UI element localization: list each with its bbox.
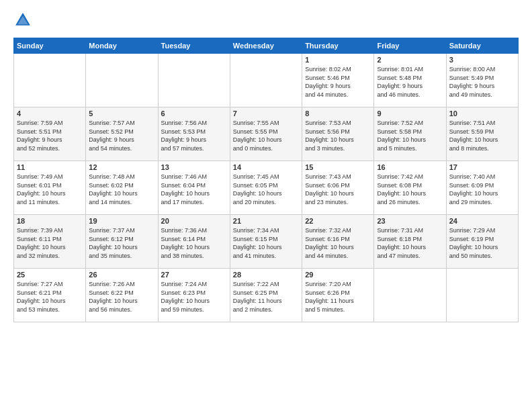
week-row-0: 1Sunrise: 8:02 AM Sunset: 5:46 PM Daylig… xyxy=(14,54,519,107)
calendar-cell: 19Sunrise: 7:37 AM Sunset: 6:12 PM Dayli… xyxy=(86,215,158,269)
day-info: Sunrise: 7:26 AM Sunset: 6:22 PM Dayligh… xyxy=(89,280,154,314)
calendar-cell: 3Sunrise: 8:00 AM Sunset: 5:49 PM Daylig… xyxy=(446,54,518,107)
header-day-monday: Monday xyxy=(86,38,158,54)
day-info: Sunrise: 7:36 AM Sunset: 6:14 PM Dayligh… xyxy=(161,226,227,260)
calendar-cell: 6Sunrise: 7:56 AM Sunset: 5:53 PM Daylig… xyxy=(158,107,230,161)
day-info: Sunrise: 7:52 AM Sunset: 5:58 PM Dayligh… xyxy=(377,119,443,152)
day-info: Sunrise: 7:32 AM Sunset: 6:16 PM Dayligh… xyxy=(305,226,371,260)
calendar-cell: 13Sunrise: 7:46 AM Sunset: 6:04 PM Dayli… xyxy=(158,161,230,215)
calendar-cell: 22Sunrise: 7:32 AM Sunset: 6:16 PM Dayli… xyxy=(302,215,374,269)
day-info: Sunrise: 7:46 AM Sunset: 6:04 PM Dayligh… xyxy=(161,173,227,206)
calendar-cell: 11Sunrise: 7:49 AM Sunset: 6:01 PM Dayli… xyxy=(14,161,86,215)
calendar-table: SundayMondayTuesdayWednesdayThursdayFrid… xyxy=(13,38,519,322)
day-number: 16 xyxy=(377,163,443,171)
header-day-saturday: Saturday xyxy=(446,38,518,54)
day-number: 8 xyxy=(305,109,371,118)
calendar-cell: 7Sunrise: 7:55 AM Sunset: 5:55 PM Daylig… xyxy=(230,107,302,161)
day-number: 9 xyxy=(377,109,443,118)
day-number: 19 xyxy=(89,217,154,225)
day-number: 27 xyxy=(161,271,227,279)
calendar-cell: 28Sunrise: 7:22 AM Sunset: 6:25 PM Dayli… xyxy=(230,269,302,322)
day-info: Sunrise: 7:34 AM Sunset: 6:15 PM Dayligh… xyxy=(233,226,299,260)
day-number: 26 xyxy=(89,271,154,279)
day-info: Sunrise: 7:45 AM Sunset: 6:05 PM Dayligh… xyxy=(233,173,299,206)
calendar-cell: 27Sunrise: 7:24 AM Sunset: 6:23 PM Dayli… xyxy=(158,269,230,322)
day-number: 10 xyxy=(449,109,515,118)
calendar-cell: 1Sunrise: 8:02 AM Sunset: 5:46 PM Daylig… xyxy=(302,54,374,107)
calendar-cell: 4Sunrise: 7:59 AM Sunset: 5:51 PM Daylig… xyxy=(14,107,86,161)
day-number: 18 xyxy=(17,217,83,225)
week-row-1: 4Sunrise: 7:59 AM Sunset: 5:51 PM Daylig… xyxy=(14,107,519,161)
day-number: 13 xyxy=(161,163,227,171)
day-number: 25 xyxy=(17,271,83,279)
calendar-cell: 10Sunrise: 7:51 AM Sunset: 5:59 PM Dayli… xyxy=(446,107,518,161)
day-info: Sunrise: 8:02 AM Sunset: 5:46 PM Dayligh… xyxy=(305,65,371,99)
day-number: 21 xyxy=(233,217,299,225)
day-number: 22 xyxy=(305,217,371,225)
day-number: 20 xyxy=(161,217,227,225)
day-info: Sunrise: 7:37 AM Sunset: 6:12 PM Dayligh… xyxy=(89,226,154,260)
day-number: 17 xyxy=(449,163,515,171)
calendar-cell: 17Sunrise: 7:40 AM Sunset: 6:09 PM Dayli… xyxy=(446,161,518,215)
day-info: Sunrise: 7:48 AM Sunset: 6:02 PM Dayligh… xyxy=(89,173,154,206)
calendar-header: SundayMondayTuesdayWednesdayThursdayFrid… xyxy=(14,38,519,54)
day-number: 6 xyxy=(161,109,227,118)
logo xyxy=(13,11,35,30)
day-info: Sunrise: 7:24 AM Sunset: 6:23 PM Dayligh… xyxy=(161,280,227,314)
day-number: 12 xyxy=(89,163,154,171)
calendar-cell: 18Sunrise: 7:39 AM Sunset: 6:11 PM Dayli… xyxy=(14,215,86,269)
day-number: 3 xyxy=(449,56,515,64)
calendar-body: 1Sunrise: 8:02 AM Sunset: 5:46 PM Daylig… xyxy=(14,54,519,322)
calendar-cell xyxy=(158,54,230,107)
calendar-cell: 21Sunrise: 7:34 AM Sunset: 6:15 PM Dayli… xyxy=(230,215,302,269)
header-row: SundayMondayTuesdayWednesdayThursdayFrid… xyxy=(14,38,519,54)
calendar-cell: 26Sunrise: 7:26 AM Sunset: 6:22 PM Dayli… xyxy=(86,269,158,322)
header-day-sunday: Sunday xyxy=(14,38,86,54)
week-row-4: 25Sunrise: 7:27 AM Sunset: 6:21 PM Dayli… xyxy=(14,269,519,322)
page: SundayMondayTuesdayWednesdayThursdayFrid… xyxy=(0,0,532,329)
calendar-cell: 2Sunrise: 8:01 AM Sunset: 5:48 PM Daylig… xyxy=(374,54,446,107)
day-info: Sunrise: 7:29 AM Sunset: 6:19 PM Dayligh… xyxy=(449,226,515,260)
day-info: Sunrise: 7:27 AM Sunset: 6:21 PM Dayligh… xyxy=(17,280,83,314)
calendar-cell xyxy=(230,54,302,107)
week-row-2: 11Sunrise: 7:49 AM Sunset: 6:01 PM Dayli… xyxy=(14,161,519,215)
day-info: Sunrise: 7:42 AM Sunset: 6:08 PM Dayligh… xyxy=(377,173,443,206)
day-number: 14 xyxy=(233,163,299,171)
day-info: Sunrise: 7:31 AM Sunset: 6:18 PM Dayligh… xyxy=(377,226,443,260)
day-info: Sunrise: 8:00 AM Sunset: 5:49 PM Dayligh… xyxy=(449,65,515,99)
calendar-cell: 29Sunrise: 7:20 AM Sunset: 6:26 PM Dayli… xyxy=(302,269,374,322)
calendar-cell xyxy=(14,54,86,107)
day-info: Sunrise: 7:20 AM Sunset: 6:26 PM Dayligh… xyxy=(305,280,371,314)
day-info: Sunrise: 7:59 AM Sunset: 5:51 PM Dayligh… xyxy=(17,119,83,152)
day-number: 5 xyxy=(89,109,154,118)
calendar-cell: 24Sunrise: 7:29 AM Sunset: 6:19 PM Dayli… xyxy=(446,215,518,269)
day-number: 24 xyxy=(449,217,515,225)
day-info: Sunrise: 8:01 AM Sunset: 5:48 PM Dayligh… xyxy=(377,65,443,99)
calendar-cell: 9Sunrise: 7:52 AM Sunset: 5:58 PM Daylig… xyxy=(374,107,446,161)
calendar-cell: 8Sunrise: 7:53 AM Sunset: 5:56 PM Daylig… xyxy=(302,107,374,161)
day-number: 29 xyxy=(305,271,371,279)
day-info: Sunrise: 7:56 AM Sunset: 5:53 PM Dayligh… xyxy=(161,119,227,152)
day-number: 1 xyxy=(305,56,371,64)
calendar-cell: 25Sunrise: 7:27 AM Sunset: 6:21 PM Dayli… xyxy=(14,269,86,322)
calendar-cell: 16Sunrise: 7:42 AM Sunset: 6:08 PM Dayli… xyxy=(374,161,446,215)
day-number: 23 xyxy=(377,217,443,225)
day-info: Sunrise: 7:39 AM Sunset: 6:11 PM Dayligh… xyxy=(17,226,83,260)
header xyxy=(13,11,519,30)
day-info: Sunrise: 7:49 AM Sunset: 6:01 PM Dayligh… xyxy=(17,173,83,206)
header-day-friday: Friday xyxy=(374,38,446,54)
day-info: Sunrise: 7:40 AM Sunset: 6:09 PM Dayligh… xyxy=(449,173,515,206)
calendar-cell: 15Sunrise: 7:43 AM Sunset: 6:06 PM Dayli… xyxy=(302,161,374,215)
day-info: Sunrise: 7:57 AM Sunset: 5:52 PM Dayligh… xyxy=(89,119,154,152)
week-row-3: 18Sunrise: 7:39 AM Sunset: 6:11 PM Dayli… xyxy=(14,215,519,269)
calendar-cell xyxy=(446,269,518,322)
day-number: 7 xyxy=(233,109,299,118)
day-info: Sunrise: 7:53 AM Sunset: 5:56 PM Dayligh… xyxy=(305,119,371,152)
calendar-cell: 5Sunrise: 7:57 AM Sunset: 5:52 PM Daylig… xyxy=(86,107,158,161)
header-day-wednesday: Wednesday xyxy=(230,38,302,54)
day-number: 28 xyxy=(233,271,299,279)
calendar-cell xyxy=(86,54,158,107)
day-info: Sunrise: 7:22 AM Sunset: 6:25 PM Dayligh… xyxy=(233,280,299,314)
calendar-cell: 23Sunrise: 7:31 AM Sunset: 6:18 PM Dayli… xyxy=(374,215,446,269)
header-day-tuesday: Tuesday xyxy=(158,38,230,54)
